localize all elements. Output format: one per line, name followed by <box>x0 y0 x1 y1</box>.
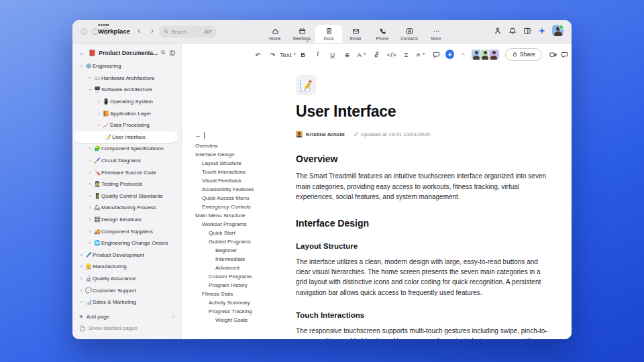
outline-item-fitness-stats[interactable]: Fitness Stats <box>195 290 294 298</box>
sidebar-item-engineering[interactable]: ›⚙️Engineering <box>72 60 181 72</box>
sidebar-item-operating-system[interactable]: ›📱Operating System <box>72 96 181 108</box>
sidebar-item-engineering-change-orders[interactable]: ›🌐Engineering Change Orders <box>72 237 181 249</box>
chevron-right-icon[interactable]: › <box>78 276 85 282</box>
chevron-right-icon[interactable]: › <box>87 240 93 246</box>
chevron-right-icon[interactable]: › <box>87 158 93 164</box>
chevron-right-icon[interactable]: › <box>78 299 85 305</box>
outline-item-visual-feedback[interactable]: Visual Feedback <box>195 176 294 185</box>
chevron-right-icon[interactable]: › <box>95 99 102 105</box>
outline-item-advanced[interactable]: Advanced <box>195 263 294 272</box>
comment-button[interactable] <box>429 49 443 60</box>
outline-item-activity-summary[interactable]: Activity Summary <box>195 298 294 307</box>
share-button[interactable]: Share <box>505 48 542 61</box>
add-page-button[interactable]: + Add page › <box>72 311 181 322</box>
underline-button[interactable]: U <box>325 49 339 60</box>
tab-email[interactable]: Email <box>342 25 369 43</box>
italic-button[interactable]: I <box>311 49 325 60</box>
bold-button[interactable]: B <box>296 49 310 60</box>
sidebar-panel-icon[interactable] <box>169 50 176 56</box>
collapse-outline-icon[interactable]: ← <box>195 132 205 139</box>
outline-item-main-menu-structure[interactable]: Main Menu Structure <box>195 211 294 220</box>
outline-item-quick-access-menu[interactable]: Quick Access Menu <box>195 194 294 202</box>
chevron-right-icon[interactable]: › <box>78 263 85 269</box>
undo-button[interactable]: ↶ <box>251 49 265 60</box>
text-color-button[interactable]: A▼ <box>355 49 369 60</box>
sidebar-item-software-architecture[interactable]: ›🖥️Software Architecture <box>72 84 181 96</box>
chevron-right-icon[interactable]: › <box>95 111 102 117</box>
list-button[interactable]: ≡▼ <box>414 49 428 60</box>
outline-item-quick-start[interactable]: Quick Start <box>195 229 294 237</box>
outline-item-program-history[interactable]: Program History <box>195 281 294 290</box>
collapse-button[interactable]: ^ <box>456 49 470 60</box>
chevron-right-icon[interactable]: › <box>87 229 93 235</box>
sidebar-item-data-processing[interactable]: ›📈Data Processing <box>72 119 181 131</box>
redo-button[interactable]: ↷ <box>266 49 280 60</box>
tab-more[interactable]: More <box>423 25 449 43</box>
chevron-right-icon[interactable]: › <box>87 145 93 152</box>
strikethrough-button[interactable]: S <box>340 49 354 60</box>
chevron-down-icon[interactable]: › <box>78 63 85 70</box>
sidebar-search-icon[interactable] <box>160 50 166 56</box>
outline-item-workout-programs[interactable]: Workout Programs <box>195 220 294 229</box>
sidebar-item-user-interface[interactable]: 📝User Interface <box>74 131 178 143</box>
text-style-button[interactable]: Text▼ <box>281 49 295 60</box>
collaborator-avatar[interactable] <box>488 49 500 60</box>
sidebar-item-firmware-source-code[interactable]: ›🪛Firmware Source Code <box>72 166 181 178</box>
outline-item-guided-programs[interactable]: Guided Programs <box>195 237 294 246</box>
chevron-right-icon[interactable]: › <box>87 170 93 176</box>
document-emoji-icon[interactable]: 📝 <box>296 75 316 95</box>
sidebar-item-design-iterations[interactable]: ›🎛️Design Iterations <box>72 214 181 226</box>
sidebar-item-customer-support[interactable]: ›💬Customer Support <box>72 284 181 296</box>
link-button[interactable] <box>370 49 384 60</box>
ai-add-button[interactable]: + <box>445 50 454 59</box>
back-button[interactable]: ‹ <box>134 25 144 36</box>
chevron-right-icon[interactable]: › <box>87 204 93 210</box>
ai-companion-sparkle-icon[interactable] <box>537 26 547 36</box>
tab-phone[interactable]: Phone <box>369 25 396 43</box>
sidebar-item-component-specifications[interactable]: ›🧩Component Specifications <box>72 143 181 155</box>
outline-item-accessibility-features[interactable]: Accessibility Features <box>195 185 294 194</box>
code-button[interactable]: </> <box>384 49 398 60</box>
chevron-right-icon[interactable]: › <box>78 252 85 258</box>
notifications-bell-icon[interactable] <box>508 26 517 36</box>
outline-item-custom-programs[interactable]: Custom Programs <box>195 272 294 281</box>
chevron-down-icon[interactable]: › <box>87 86 93 93</box>
forward-button[interactable]: › <box>148 25 157 36</box>
sidebar-item-circuit-diagrams[interactable]: ›🖌️Circuit Diagrams <box>72 155 181 167</box>
sidebar-item-quality-control-standards[interactable]: ›🚦Quality Control Standards <box>72 190 181 202</box>
global-search[interactable]: Search ⌘F <box>160 25 216 38</box>
tab-docs[interactable]: Docs <box>315 25 342 43</box>
outline-item-interface-design[interactable]: Interface Design <box>195 150 294 159</box>
outline-item-overview[interactable]: Overview <box>195 141 294 150</box>
sidebar-item-manufacturing[interactable]: ›👷Manufacturing <box>72 261 181 273</box>
chevron-right-icon[interactable]: › <box>78 288 85 294</box>
outline-item-intermediate[interactable]: Intermediate <box>195 255 294 263</box>
tab-contacts[interactable]: Contacts <box>396 25 423 43</box>
close-button[interactable] <box>80 28 87 35</box>
sidebar-item-product-development[interactable]: ›🖊️Product Development <box>72 249 181 261</box>
tab-meetings[interactable]: Meetings <box>288 25 315 43</box>
sidebar-item-sales-marketing[interactable]: ›📊Sales & Marketing <box>72 296 181 308</box>
chat-icon[interactable] <box>561 49 568 60</box>
outline-item-layout-structure[interactable]: Layout Structure <box>195 159 294 168</box>
user-avatar[interactable] <box>552 25 564 36</box>
chevron-right-icon[interactable]: › <box>87 181 93 187</box>
outline-item-progress-tracking[interactable]: Progress Tracking <box>195 307 294 316</box>
sidebar-item-component-suppliers[interactable]: ›🚚Component Suppliers <box>72 225 181 237</box>
sidebar-item-manufacturing-process[interactable]: ›🦾Manufacturing Process <box>72 202 181 214</box>
outline-item-emergency-controls[interactable]: Emergency Controls <box>195 202 294 211</box>
outline-item-touch-interactions[interactable]: Touch Interactions <box>195 168 294 176</box>
profile-icon[interactable] <box>493 26 502 36</box>
back-arrow-icon[interactable]: ← <box>79 49 86 56</box>
chevron-right-icon[interactable]: › <box>87 193 93 199</box>
outline-item-weight-goals[interactable]: Weight Goals <box>195 316 294 324</box>
start-meeting-camera-icon[interactable] <box>549 49 557 60</box>
chevron-right-icon[interactable]: › <box>87 217 93 223</box>
document-title[interactable]: User Interface <box>296 103 552 121</box>
sidebar-item-hardware-architecture[interactable]: ›⌨️Hardware Architecture <box>72 72 181 84</box>
outline-item-beginner[interactable]: Beginner <box>195 246 294 255</box>
tab-home[interactable]: Home <box>262 25 288 43</box>
formula-button[interactable]: Σ <box>399 49 413 60</box>
side-panel-icon[interactable] <box>523 26 532 36</box>
sidebar-item-quality-assurance[interactable]: ›🔬Quality Assurance <box>72 273 181 285</box>
